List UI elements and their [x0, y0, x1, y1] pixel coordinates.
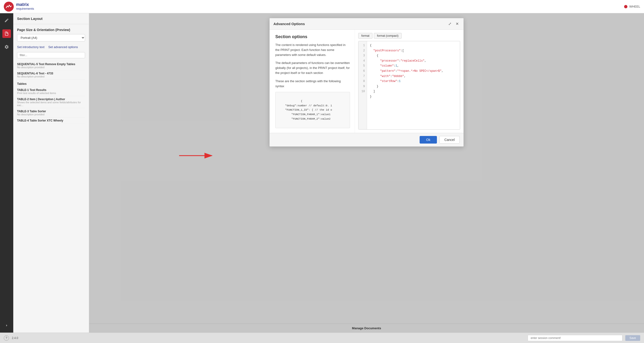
brand-text: matrix requirements — [16, 2, 34, 10]
table-4-title: TABLE-4 Table Sorter XTC Wheely — [17, 119, 85, 122]
main-content: Advanced Options ⤢ ✕ Section options The… — [89, 13, 644, 332]
advanced-options-dialog: Advanced Options ⤢ ✕ Section options The… — [270, 18, 464, 147]
table-item-4: TABLE-4 Table Sorter XTC Wheely — [17, 118, 85, 124]
table-2-sub: Shows the selected items and some fields… — [17, 101, 85, 106]
filter-input[interactable] — [17, 52, 85, 58]
section-options-title: Section options — [275, 34, 350, 39]
top-right-area: WHEEL — [624, 5, 640, 8]
table-1-sub: Print test results of selected items — [17, 92, 85, 94]
panel-header: Section Layout — [13, 13, 89, 24]
table-3-title: TABLE-3 Table Sorter — [17, 110, 85, 113]
sidebar-icon-edit[interactable] — [2, 16, 11, 25]
brand-sub: requirements — [16, 7, 34, 10]
section-item-seq5: SEQUENTIAL-5 Test Remove Empty Tables No… — [17, 61, 85, 70]
sidebar-icon-settings[interactable] — [2, 43, 11, 51]
close-icon[interactable]: ✕ — [455, 21, 460, 26]
wheel-label: WHEEL — [629, 5, 640, 8]
section-options-panel: Section options The content is rendered … — [270, 30, 355, 133]
table-2-title: TABLE-2 Item | Description | Author — [17, 98, 85, 101]
table-3-sub: No description provided — [17, 113, 85, 116]
main-layout: Section Layout Page Size & Orientation (… — [0, 13, 644, 332]
code-editor-panel: format format (compact) 12345 678910 { "… — [355, 30, 464, 133]
table-1-title: TABLE-1 Test Results — [17, 88, 85, 92]
table-item-1: TABLE-1 Test Results Print test results … — [17, 87, 85, 96]
page-size-select[interactable]: Portrait (A4) — [17, 34, 85, 42]
code-snippet-box: { "debug":number // default:0. i "FUNCTI… — [275, 92, 350, 128]
left-sidebar — [0, 13, 13, 332]
session-comment-input[interactable] — [528, 335, 622, 341]
page-size-title: Page Size & Orientation (Preview) — [17, 28, 85, 32]
table-item-2: TABLE-2 Item | Description | Author Show… — [17, 96, 85, 108]
code-snippet-content: { "debug":number // default:0. i "FUNCTI… — [279, 100, 332, 120]
dialog-header: Advanced Options ⤢ ✕ — [270, 18, 464, 30]
wheel-indicator — [624, 5, 628, 8]
expand-icon[interactable]: ⤢ — [447, 21, 452, 26]
section-seq5-title: SEQUENTIAL-5 Test Remove Empty Tables — [17, 62, 85, 66]
section-para-1: The content is rendered using functions … — [275, 43, 350, 57]
dialog-header-icons: ⤢ ✕ — [447, 21, 460, 26]
cancel-button[interactable]: Cancel — [439, 136, 460, 144]
format-compact-button[interactable]: format (compact) — [374, 33, 402, 38]
links-row: Set introductory text Set advanced optio… — [17, 45, 85, 49]
help-button[interactable]: ? — [4, 336, 9, 341]
table-item-3: TABLE-3 Table Sorter No description prov… — [17, 108, 85, 118]
save-button[interactable]: Save — [625, 335, 640, 341]
line-numbers: 12345 678910 — [358, 41, 367, 129]
section-seq6-title: SEQUENTIAL-6 Test - 4733 — [17, 72, 85, 75]
section-seq5-sub: No description provided — [17, 66, 85, 69]
format-button[interactable]: format — [358, 33, 372, 38]
section-para-2: The default parameters of functions can … — [275, 61, 350, 75]
section-para-3: These are the section settings with the … — [275, 79, 350, 89]
dialog-body: Section options The content is rendered … — [270, 30, 464, 133]
code-content[interactable]: { "postProcessors":[ { "processor":"repl… — [367, 41, 460, 129]
sidebar-icon-arrow[interactable] — [2, 321, 11, 330]
logo-icon — [4, 2, 14, 12]
dialog-title: Advanced Options — [274, 22, 305, 26]
set-advanced-link[interactable]: Set advanced options — [48, 45, 78, 49]
set-introductory-link[interactable]: Set introductory text — [17, 45, 44, 49]
brand-name: matrix — [16, 2, 34, 7]
ok-button[interactable]: Ok — [420, 136, 437, 144]
dialog-overlay: Advanced Options ⤢ ✕ Section options The… — [89, 13, 644, 332]
sidebar-icon-document[interactable] — [2, 29, 11, 38]
dialog-footer: Ok Cancel — [270, 133, 464, 146]
section-item-seq6: SEQUENTIAL-6 Test - 4733 No description … — [17, 70, 85, 80]
panel-content: Page Size & Orientation (Preview) Portra… — [13, 24, 89, 332]
section-seq6-sub: No description provided — [17, 75, 85, 78]
tables-group-title: Tables — [17, 82, 85, 86]
logo-area: matrix requirements — [4, 2, 34, 12]
bottom-bar: ? 2.4.0 Save — [0, 332, 644, 343]
section-layout-panel: Section Layout Page Size & Orientation (… — [13, 13, 89, 332]
format-buttons-row: format format (compact) — [358, 33, 460, 38]
version-label: 2.4.0 — [12, 336, 18, 340]
code-editor-area[interactable]: 12345 678910 { "postProcessors":[ { "pro… — [358, 41, 460, 130]
top-bar: matrix requirements WHEEL — [0, 0, 644, 13]
